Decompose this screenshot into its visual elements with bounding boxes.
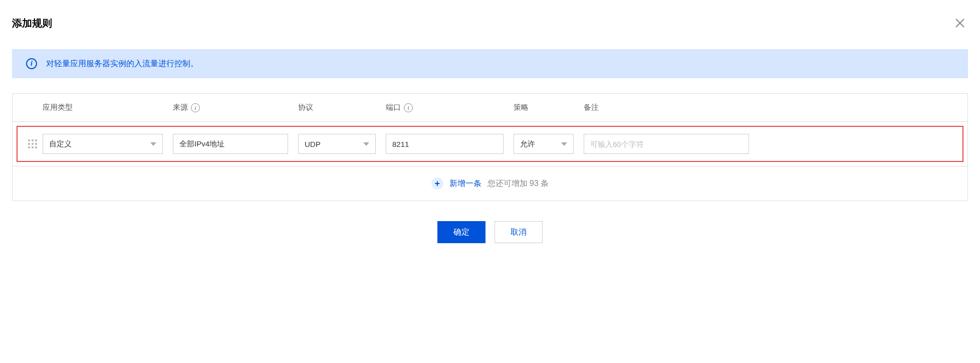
info-icon[interactable]: i [191,103,200,112]
column-header-port: 端口 i [386,103,514,112]
column-header-protocol: 协议 [298,103,386,112]
add-row-hint: 您还可增加 93 条 [487,178,549,189]
chevron-down-icon [150,142,156,146]
info-banner: i 对轻量应用服务器实例的入流量进行控制。 [12,49,968,78]
policy-select[interactable]: 允许 [514,134,574,154]
column-header-source-label: 来源 [173,103,188,112]
app-type-select[interactable]: 自定义 [43,134,163,154]
port-input[interactable] [392,140,497,148]
cancel-button[interactable]: 取消 [495,221,543,243]
chevron-down-icon [363,142,369,146]
add-row-button[interactable]: 新增一条 [449,178,481,189]
chevron-down-icon [561,142,567,146]
table-row: 自定义 UDP [17,126,963,162]
column-header-app-type: 应用类型 [43,103,173,112]
info-icon: i [26,58,37,69]
column-header-policy: 策略 [514,103,584,112]
column-header-remark: 备注 [584,103,759,112]
dialog-footer: 确定 取消 [12,221,968,243]
info-banner-text: 对轻量应用服务器实例的入流量进行控制。 [46,59,198,69]
remark-input-wrap[interactable] [584,134,749,154]
column-header-source: 来源 i [173,103,298,112]
table-header-row: 应用类型 来源 i 协议 端口 i 策略 备注 [13,94,967,122]
add-row-section: + 新增一条 您还可增加 93 条 [13,166,967,201]
dialog-title: 添加规则 [12,17,52,30]
source-input[interactable] [179,140,282,148]
column-header-port-label: 端口 [386,103,401,112]
source-input-wrap[interactable] [173,134,288,154]
protocol-value: UDP [305,140,321,148]
port-input-wrap[interactable] [386,134,504,154]
dialog-header: 添加规则 [12,15,968,31]
drag-icon [28,139,37,148]
rules-table: 应用类型 来源 i 协议 端口 i 策略 备注 自定义 [12,93,968,201]
protocol-select[interactable]: UDP [298,134,376,154]
confirm-button[interactable]: 确定 [437,221,485,243]
info-icon[interactable]: i [404,103,413,112]
app-type-value: 自定义 [49,139,72,149]
close-button[interactable] [952,15,968,31]
policy-value: 允许 [520,139,535,149]
remark-input[interactable] [590,140,743,148]
add-rule-dialog: 添加规则 i 对轻量应用服务器实例的入流量进行控制。 应用类型 来源 i 协议 … [0,0,980,258]
plus-icon[interactable]: + [431,177,443,190]
drag-handle[interactable] [23,139,43,148]
close-icon [955,18,965,28]
